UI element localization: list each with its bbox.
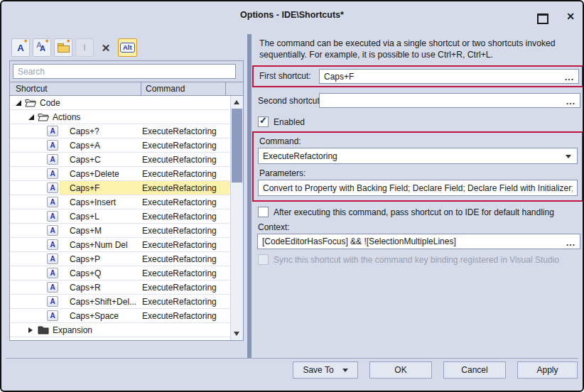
command-cell: ExecuteRefactoring (142, 141, 231, 151)
action-icon: A (47, 282, 58, 293)
scrollbar-thumb[interactable] (232, 109, 242, 183)
expander-collapsed-icon[interactable] (28, 327, 33, 333)
maximize-icon[interactable] (537, 13, 548, 24)
context-value: [CodeEditorHasFocus] && ![SelectionMulti… (262, 236, 575, 246)
shortcut-row[interactable]: ACaps+QExecuteRefactoring (10, 266, 231, 281)
second-shortcut-input[interactable]: ... (319, 93, 580, 108)
action-icon: A (47, 126, 58, 136)
row-cells: Caps+Shift+Del...ExecuteRefactoring (60, 295, 231, 308)
first-shortcut-ellipsis-button[interactable]: ... (562, 72, 574, 82)
sync-label: Sync this shortcut with the command key … (274, 255, 559, 265)
command-cell: ExecuteRefactoring (142, 268, 231, 278)
shortcut-row[interactable]: ACaps+DeleteExecuteRefactoring (10, 167, 231, 181)
context-input[interactable]: [CodeEditorHasFocus] && ![SelectionMulti… (257, 234, 580, 249)
column-header-command[interactable]: Command (141, 82, 226, 95)
shortcut-row[interactable]: ACaps+CExecuteRefactoring (10, 153, 231, 167)
pass-through-checkbox[interactable] (258, 207, 269, 217)
shortcut-row[interactable]: ACaps+MExecuteRefactoring (10, 224, 231, 238)
scroll-down-icon[interactable] (234, 332, 239, 336)
duplicate-shortcut-icon[interactable]: A A ✦ (33, 38, 51, 57)
row-cells: Caps+InsertExecuteRefactoring (60, 195, 231, 209)
shortcut-row[interactable]: ACaps+AExecuteRefactoring (10, 138, 231, 153)
vertical-scrollbar[interactable] (230, 96, 243, 340)
shortcut-row[interactable]: ACaps+FExecuteRefactoring (10, 181, 231, 195)
shortcut-row[interactable]: ACaps+Num DelExecuteRefactoring (10, 238, 231, 252)
shortcut-cell: Caps+Insert (60, 197, 142, 207)
command-cell: ExecuteRefactoring (142, 240, 231, 250)
shortcut-cell: Caps+Space (60, 311, 142, 321)
tree-folder-row[interactable]: Code (10, 96, 231, 110)
apply-button[interactable]: Apply (517, 361, 578, 379)
chevron-down-icon[interactable] (566, 155, 571, 158)
ibeam-glyph: I (83, 43, 85, 53)
enabled-checkbox[interactable] (258, 116, 269, 127)
row-cells: Caps+LExecuteRefactoring (60, 209, 231, 223)
shortcut-cell: Caps+Delete (60, 169, 142, 179)
parameters-input[interactable]: Convert to Property with Backing Field; … (258, 180, 578, 196)
first-shortcut-value: Caps+F (324, 72, 574, 82)
ok-button[interactable]: OK (369, 361, 432, 379)
shortcut-cell: Caps+A (60, 141, 142, 151)
new-shortcut-icon[interactable]: A ✦ (11, 38, 30, 57)
second-shortcut-ellipsis-button[interactable]: ... (563, 97, 575, 107)
command-cell: ExecuteRefactoring (142, 297, 231, 307)
row-cells: Caps+Num DelExecuteRefactoring (60, 238, 231, 251)
cancel-button[interactable]: Cancel (443, 361, 506, 379)
tree-rows-container: CodeActionsACaps+?ExecuteRefactoringACap… (10, 96, 243, 337)
shortcut-toolbar: A ✦ A A ✦ ✦ I ✕ Alt (11, 38, 137, 57)
shortcut-tree: CodeActionsACaps+?ExecuteRefactoringACap… (10, 96, 243, 340)
context-label: Context: (258, 222, 290, 232)
command-combobox[interactable]: ExecuteRefactoring (258, 148, 578, 164)
shortcut-row[interactable]: ACaps+RExecuteRefactoring (10, 281, 231, 295)
shortcut-list-panel: Shortcut Command CodeActionsACaps+?Execu… (9, 60, 244, 341)
delete-shortcut-icon[interactable]: ✕ (97, 38, 115, 57)
action-icon: A (47, 168, 58, 179)
command-cell: ExecuteRefactoring (142, 155, 231, 165)
panel-splitter[interactable] (247, 34, 252, 358)
command-cell: ExecuteRefactoring (142, 169, 231, 179)
shortcut-cell: Caps+F (60, 183, 142, 193)
shortcut-row[interactable]: ACaps+?ExecuteRefactoring (10, 124, 231, 138)
first-shortcut-input[interactable]: Caps+F ... (319, 69, 579, 84)
pass-through-checkbox-row[interactable]: After executing this command, pass short… (258, 207, 554, 217)
save-to-label: Save To (303, 365, 333, 375)
expander-expanded-icon[interactable] (16, 100, 21, 106)
tree-folder-row[interactable]: Expansion (10, 323, 231, 337)
new-folder-icon[interactable]: ✦ (54, 38, 72, 57)
tree-column-headers: Shortcut Command (10, 82, 243, 96)
expander-expanded-icon[interactable] (28, 114, 34, 120)
context-ellipsis-button[interactable]: ... (563, 238, 575, 248)
column-header-shortcut[interactable]: Shortcut (10, 82, 141, 95)
action-icon: A (47, 225, 58, 236)
shortcut-row[interactable]: ACaps+LExecuteRefactoring (10, 209, 231, 224)
save-to-button[interactable]: Save To (293, 361, 358, 379)
shortcut-cell: Caps+P (60, 254, 142, 264)
new-star-glyph: ✦ (44, 38, 50, 45)
folder-label: Expansion (53, 325, 92, 335)
enabled-label: Enabled (274, 117, 305, 127)
selected-row-cells: Caps+FExecuteRefactoring (60, 181, 231, 195)
letter-a-front-glyph: A (40, 45, 45, 53)
action-icon: A (47, 268, 58, 278)
shortcut-row[interactable]: ACaps+Shift+Del...ExecuteRefactoring (10, 295, 231, 309)
action-icon: A (47, 239, 58, 250)
close-icon[interactable]: ✕ (564, 10, 577, 23)
shortcut-row[interactable]: ACaps+SpaceExecuteRefactoring (10, 309, 231, 323)
folder-icon (38, 325, 49, 334)
row-cells: Caps+AExecuteRefactoring (60, 138, 231, 152)
new-star-glyph: ✦ (65, 38, 71, 45)
alt-toggle-button[interactable]: Alt (118, 38, 137, 57)
enabled-checkbox-row[interactable]: Enabled (258, 116, 305, 127)
action-icon: A (47, 254, 58, 264)
x-glyph: ✕ (102, 43, 111, 53)
shortcut-cell: Caps+Q (60, 268, 142, 278)
shortcut-row[interactable]: ACaps+PExecuteRefactoring (10, 252, 231, 266)
row-cells: Caps+PExecuteRefactoring (60, 252, 231, 266)
shortcut-row[interactable]: ACaps+InsertExecuteRefactoring (10, 195, 231, 209)
folder-icon (38, 112, 49, 121)
tree-folder-row[interactable]: Actions (10, 110, 231, 124)
search-input[interactable] (13, 64, 236, 79)
scroll-up-icon[interactable] (234, 100, 239, 104)
title-bar: Options - IDE\Shortcuts* ✕ (1, 1, 583, 30)
action-icon: A (47, 296, 58, 307)
